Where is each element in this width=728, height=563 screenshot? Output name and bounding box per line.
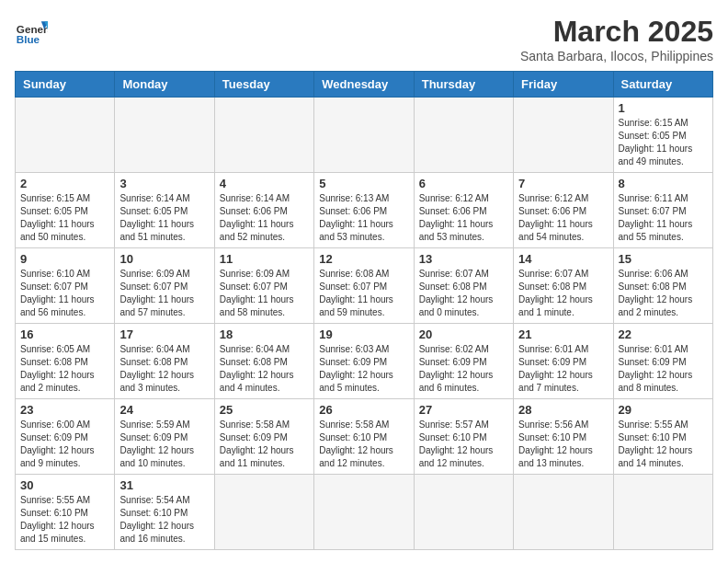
day-number: 2 (20, 177, 109, 190)
day-cell: 2Sunrise: 6:15 AM Sunset: 6:05 PM Daylig… (16, 173, 115, 248)
week-row-1: 1Sunrise: 6:15 AM Sunset: 6:05 PM Daylig… (16, 98, 713, 173)
day-cell: 3Sunrise: 6:14 AM Sunset: 6:05 PM Daylig… (115, 173, 214, 248)
day-cell: 20Sunrise: 6:02 AM Sunset: 6:09 PM Dayli… (414, 324, 513, 399)
day-number: 13 (419, 252, 508, 266)
page-header: General Blue March 2025 Santa Barbara, I… (15, 15, 713, 63)
day-cell: 27Sunrise: 5:57 AM Sunset: 6:10 PM Dayli… (414, 399, 513, 475)
day-cell (214, 98, 313, 173)
day-cell: 23Sunrise: 6:00 AM Sunset: 6:09 PM Dayli… (16, 399, 115, 475)
day-cell: 26Sunrise: 5:58 AM Sunset: 6:10 PM Dayli… (314, 399, 414, 475)
day-info: Sunrise: 6:07 AM Sunset: 6:08 PM Dayligh… (419, 268, 508, 319)
day-info: Sunrise: 6:03 AM Sunset: 6:09 PM Dayligh… (319, 343, 408, 395)
day-cell: 10Sunrise: 6:09 AM Sunset: 6:07 PM Dayli… (115, 248, 214, 324)
day-info: Sunrise: 6:01 AM Sunset: 6:09 PM Dayligh… (619, 343, 708, 395)
day-cell (115, 98, 214, 173)
logo-icon: General Blue (15, 15, 48, 48)
day-info: Sunrise: 6:01 AM Sunset: 6:09 PM Dayligh… (518, 343, 608, 395)
day-cell: 24Sunrise: 5:59 AM Sunset: 6:09 PM Dayli… (115, 399, 214, 475)
day-info: Sunrise: 6:02 AM Sunset: 6:09 PM Dayligh… (419, 343, 508, 395)
day-number: 7 (518, 177, 608, 190)
day-cell (414, 475, 513, 550)
day-number: 24 (119, 403, 209, 417)
weekday-header-row: SundayMondayTuesdayWednesdayThursdayFrid… (16, 72, 713, 98)
day-cell: 31Sunrise: 5:54 AM Sunset: 6:10 PM Dayli… (115, 475, 214, 550)
weekday-header-tuesday: Tuesday (214, 72, 313, 98)
day-info: Sunrise: 6:14 AM Sunset: 6:06 PM Dayligh… (220, 192, 309, 244)
day-cell: 9Sunrise: 6:10 AM Sunset: 6:07 PM Daylig… (16, 248, 115, 324)
day-cell (414, 98, 513, 173)
day-info: Sunrise: 6:06 AM Sunset: 6:08 PM Dayligh… (619, 268, 708, 319)
day-cell: 30Sunrise: 5:55 AM Sunset: 6:10 PM Dayli… (16, 475, 115, 550)
day-number: 22 (619, 327, 708, 341)
day-info: Sunrise: 6:13 AM Sunset: 6:06 PM Dayligh… (319, 192, 408, 244)
day-number: 26 (319, 403, 408, 417)
day-cell: 12Sunrise: 6:08 AM Sunset: 6:07 PM Dayli… (314, 248, 414, 324)
day-info: Sunrise: 5:55 AM Sunset: 6:10 PM Dayligh… (619, 419, 708, 470)
day-number: 17 (119, 327, 209, 341)
day-number: 6 (419, 177, 508, 190)
weekday-header-saturday: Saturday (613, 72, 712, 98)
day-number: 9 (20, 252, 109, 266)
day-cell: 13Sunrise: 6:07 AM Sunset: 6:08 PM Dayli… (414, 248, 513, 324)
day-cell (314, 98, 414, 173)
day-info: Sunrise: 6:12 AM Sunset: 6:06 PM Dayligh… (419, 192, 508, 244)
day-info: Sunrise: 5:55 AM Sunset: 6:10 PM Dayligh… (20, 494, 109, 546)
day-number: 5 (319, 177, 408, 190)
day-cell: 25Sunrise: 5:58 AM Sunset: 6:09 PM Dayli… (214, 399, 313, 475)
weekday-header-sunday: Sunday (16, 72, 115, 98)
day-cell: 15Sunrise: 6:06 AM Sunset: 6:08 PM Dayli… (613, 248, 712, 324)
day-info: Sunrise: 5:58 AM Sunset: 6:10 PM Dayligh… (319, 419, 408, 470)
week-row-4: 16Sunrise: 6:05 AM Sunset: 6:08 PM Dayli… (16, 324, 713, 399)
day-number: 3 (119, 177, 209, 190)
day-cell: 18Sunrise: 6:04 AM Sunset: 6:08 PM Dayli… (214, 324, 313, 399)
calendar-table: SundayMondayTuesdayWednesdayThursdayFrid… (15, 71, 713, 550)
month-title: March 2025 (520, 15, 713, 49)
day-info: Sunrise: 6:09 AM Sunset: 6:07 PM Dayligh… (220, 268, 309, 319)
day-cell (214, 475, 313, 550)
day-info: Sunrise: 6:15 AM Sunset: 6:05 PM Dayligh… (20, 192, 109, 244)
day-cell: 28Sunrise: 5:56 AM Sunset: 6:10 PM Dayli… (514, 399, 613, 475)
day-number: 21 (518, 327, 608, 341)
day-info: Sunrise: 6:15 AM Sunset: 6:05 PM Dayligh… (619, 117, 708, 168)
title-area: March 2025 Santa Barbara, Ilocos, Philip… (520, 15, 713, 63)
day-info: Sunrise: 6:05 AM Sunset: 6:08 PM Dayligh… (20, 343, 109, 395)
day-number: 31 (119, 478, 209, 492)
logo: General Blue (15, 15, 48, 48)
day-info: Sunrise: 6:09 AM Sunset: 6:07 PM Dayligh… (119, 268, 209, 319)
day-cell: 19Sunrise: 6:03 AM Sunset: 6:09 PM Dayli… (314, 324, 414, 399)
day-cell: 6Sunrise: 6:12 AM Sunset: 6:06 PM Daylig… (414, 173, 513, 248)
day-info: Sunrise: 6:04 AM Sunset: 6:08 PM Dayligh… (119, 343, 209, 395)
day-number: 27 (419, 403, 508, 417)
day-info: Sunrise: 5:59 AM Sunset: 6:09 PM Dayligh… (119, 419, 209, 470)
week-row-6: 30Sunrise: 5:55 AM Sunset: 6:10 PM Dayli… (16, 475, 713, 550)
day-info: Sunrise: 6:08 AM Sunset: 6:07 PM Dayligh… (319, 268, 408, 319)
day-number: 8 (619, 177, 708, 190)
day-cell: 14Sunrise: 6:07 AM Sunset: 6:08 PM Dayli… (514, 248, 613, 324)
weekday-header-wednesday: Wednesday (314, 72, 414, 98)
week-row-3: 9Sunrise: 6:10 AM Sunset: 6:07 PM Daylig… (16, 248, 713, 324)
day-info: Sunrise: 5:54 AM Sunset: 6:10 PM Dayligh… (119, 494, 209, 546)
day-cell: 22Sunrise: 6:01 AM Sunset: 6:09 PM Dayli… (613, 324, 712, 399)
day-number: 20 (419, 327, 508, 341)
day-number: 10 (119, 252, 209, 266)
day-info: Sunrise: 6:10 AM Sunset: 6:07 PM Dayligh… (20, 268, 109, 319)
svg-text:Blue: Blue (17, 33, 40, 45)
day-cell: 8Sunrise: 6:11 AM Sunset: 6:07 PM Daylig… (613, 173, 712, 248)
day-info: Sunrise: 6:14 AM Sunset: 6:05 PM Dayligh… (119, 192, 209, 244)
day-info: Sunrise: 6:11 AM Sunset: 6:07 PM Dayligh… (619, 192, 708, 244)
day-info: Sunrise: 5:56 AM Sunset: 6:10 PM Dayligh… (518, 419, 608, 470)
day-info: Sunrise: 6:12 AM Sunset: 6:06 PM Dayligh… (518, 192, 608, 244)
day-number: 25 (220, 403, 309, 417)
week-row-2: 2Sunrise: 6:15 AM Sunset: 6:05 PM Daylig… (16, 173, 713, 248)
day-cell: 16Sunrise: 6:05 AM Sunset: 6:08 PM Dayli… (16, 324, 115, 399)
day-cell (16, 98, 115, 173)
day-info: Sunrise: 5:58 AM Sunset: 6:09 PM Dayligh… (220, 419, 309, 470)
day-cell: 1Sunrise: 6:15 AM Sunset: 6:05 PM Daylig… (613, 98, 712, 173)
day-info: Sunrise: 6:07 AM Sunset: 6:08 PM Dayligh… (518, 268, 608, 319)
day-cell (314, 475, 414, 550)
day-cell: 5Sunrise: 6:13 AM Sunset: 6:06 PM Daylig… (314, 173, 414, 248)
day-cell: 17Sunrise: 6:04 AM Sunset: 6:08 PM Dayli… (115, 324, 214, 399)
day-info: Sunrise: 5:57 AM Sunset: 6:10 PM Dayligh… (419, 419, 508, 470)
day-number: 14 (518, 252, 608, 266)
day-cell (613, 475, 712, 550)
